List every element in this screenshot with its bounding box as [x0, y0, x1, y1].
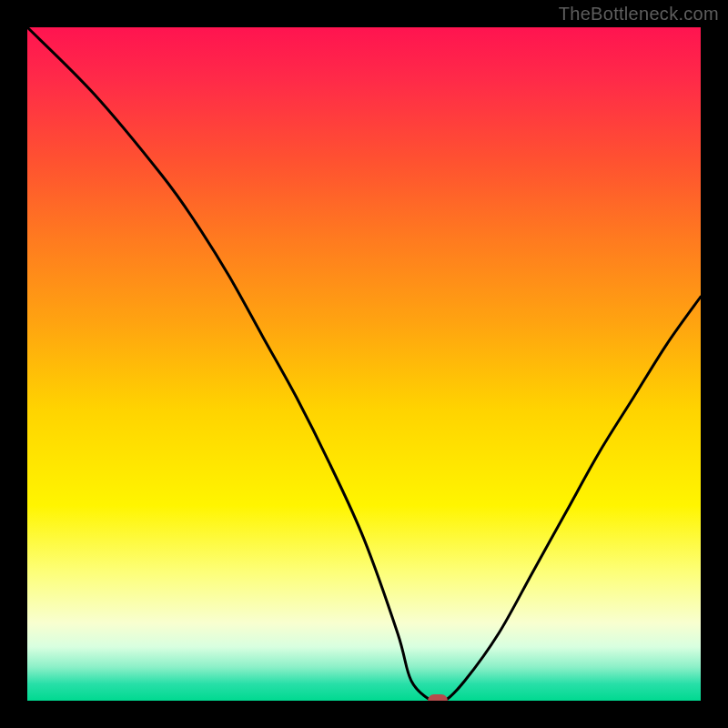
bottleneck-curve — [27, 27, 701, 701]
chart-frame: TheBottleneck.com — [0, 0, 728, 728]
optimum-marker — [428, 694, 448, 701]
curve-path — [27, 27, 701, 701]
watermark-text: TheBottleneck.com — [559, 4, 719, 25]
plot-area — [27, 27, 701, 701]
